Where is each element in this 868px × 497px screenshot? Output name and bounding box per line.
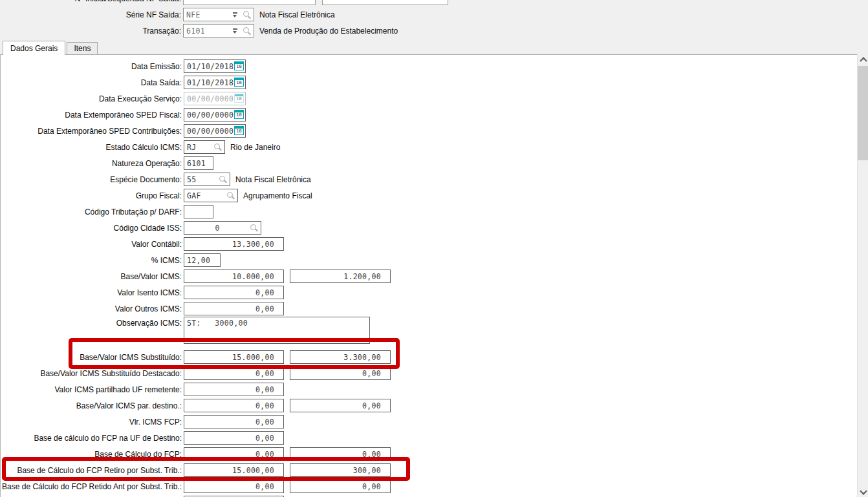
calendar-icon[interactable]: 10 [234, 78, 244, 87]
text-input[interactable] [184, 205, 213, 218]
scroll-up-button[interactable] [858, 54, 868, 65]
field-label: Base/Valor ICMS Substituído: [1, 353, 184, 362]
numeric-input[interactable]: 0,00 [184, 302, 284, 315]
numeric-input[interactable]: 0,00 [184, 383, 284, 396]
field-label: Base de cálculo do FCP na UF de Destino: [1, 434, 184, 443]
text-value: 6101 [187, 159, 206, 168]
lookup-input[interactable]: 0 [184, 221, 261, 235]
form-row: Valor Outros ICMS:0,00 [1, 301, 857, 317]
numeric-input[interactable]: 0,00 [184, 447, 284, 461]
numeric-input[interactable]: 0,00 [290, 480, 391, 493]
field-group: 10.000,001.200,00 [184, 270, 391, 283]
transacao-combo[interactable]: 6101 [183, 24, 254, 37]
lookup-value: RJ [187, 143, 196, 152]
numeric-input[interactable]: 10.000,00 [184, 270, 284, 283]
numeric-input[interactable]: 0,00 [184, 480, 284, 493]
numeric-value: 0,00 [255, 304, 274, 313]
search-icon[interactable] [226, 191, 235, 200]
calendar-icon[interactable]: 10 [234, 61, 244, 70]
form-row: Base de Cálculo do FCP:0,000,00 [1, 446, 857, 462]
serie-nf-combo[interactable]: NFE [183, 8, 254, 21]
text-input[interactable]: 12,00 [184, 253, 221, 267]
form-row: Grupo Fiscal:GAFAgrupamento Fiscal [1, 187, 857, 204]
field-label: Base de Cálculo do FCP Retido Ant por Su… [1, 482, 184, 491]
search-icon[interactable] [250, 224, 259, 233]
numeric-input[interactable]: 15.000,00 [184, 350, 284, 364]
calendar-icon[interactable]: 10 [234, 110, 244, 119]
field-label: Base de Cálculo do FCP: [1, 450, 184, 459]
date-value: 01/10/2018 [187, 62, 233, 71]
form-row: % ICMS:12,00 [1, 252, 857, 268]
numeric-value: 0,00 [255, 369, 274, 378]
date-input[interactable]: 00/00/000010 [184, 108, 246, 122]
numeric-input[interactable]: 15.000,00 [184, 463, 284, 477]
form-row: Data Saída:01/10/201810 [1, 74, 857, 90]
numeric-input[interactable]: 1.200,00 [290, 270, 391, 283]
form-row: Valor ICMS partilhado UF remetente:0,00 [1, 381, 857, 397]
nf-range-label: Nº Inicial/Sequência NF Saída: [0, 0, 183, 3]
form-row: Base de cálculo do FCP na UF de Destino:… [1, 430, 857, 446]
vertical-scrollbar[interactable] [857, 54, 868, 497]
field-group: 00/00/000010 [184, 92, 246, 105]
numeric-value: 0,00 [255, 450, 274, 459]
lookup-input[interactable]: RJ [184, 140, 225, 154]
field-description: Rio de Janeiro [230, 143, 280, 152]
numeric-input[interactable]: 0,00 [184, 286, 284, 299]
dropdown-arrow-icon[interactable] [232, 12, 238, 18]
nf-range-start-input[interactable] [183, 0, 316, 5]
numeric-value: 0,00 [255, 434, 274, 443]
form-row: Base de Cálculo do FCP Retido Ant por Su… [1, 478, 857, 494]
search-icon[interactable] [243, 10, 252, 19]
date-input[interactable]: 01/10/201810 [184, 76, 246, 89]
numeric-value: 3.300,00 [343, 353, 381, 362]
numeric-input[interactable]: 0,00 [290, 399, 391, 412]
tab-itens[interactable]: Itens [67, 42, 98, 54]
numeric-input[interactable]: 300,00 [290, 463, 391, 477]
numeric-input[interactable]: 0,00 [290, 447, 391, 461]
tab-dados-gerais[interactable]: Dados Gerais [3, 41, 65, 55]
scrollbar-thumb[interactable] [858, 66, 868, 160]
form-row: Base/Valor ICMS:10.000,001.200,00 [1, 268, 857, 284]
field-group: 0,000,00 [184, 447, 391, 461]
search-icon[interactable] [213, 143, 222, 152]
observacao-textarea[interactable]: ST: 3000,00 [184, 317, 370, 344]
form-row: Data Extemporâneo SPED Fiscal:00/00/0000… [1, 107, 857, 123]
numeric-value: 0,00 [362, 482, 381, 491]
field-group: 0 [184, 221, 261, 235]
scroll-down-button[interactable] [858, 486, 868, 497]
transacao-label: Transação: [0, 26, 183, 36]
lookup-input[interactable]: 55 [184, 173, 230, 186]
numeric-input[interactable]: 0,00 [184, 431, 284, 445]
field-group: GAF [184, 189, 238, 202]
form-rows: Data Emissão:01/10/201810Data Saída:01/1… [1, 58, 857, 497]
form-row: Observação ICMS:ST: 3000,00 [1, 317, 857, 349]
numeric-input[interactable]: 0,00 [184, 366, 284, 380]
numeric-input[interactable]: 0,00 [184, 415, 284, 428]
field-label: Natureza Operação: [1, 159, 184, 168]
form-row: Estado Cálculo ICMS:RJRio de Janeiro [1, 139, 857, 155]
numeric-input[interactable]: 13.300,00 [184, 237, 284, 251]
date-input[interactable]: 00/00/000010 [184, 124, 246, 138]
calendar-icon[interactable]: 10 [234, 126, 244, 135]
numeric-input[interactable]: 0,00 [290, 366, 391, 380]
dropdown-arrow-icon[interactable] [232, 28, 238, 34]
numeric-input[interactable]: 3.300,00 [290, 350, 391, 364]
text-input[interactable]: 6101 [184, 156, 213, 170]
date-input[interactable]: 00/00/000010 [184, 92, 246, 105]
serie-nf-label: Série NF Saída: [0, 10, 183, 19]
serie-nf-row: Série NF Saída: NFE Nota Fiscal Eletrôni… [0, 8, 335, 21]
field-label: Data Execução Serviço: [1, 94, 184, 103]
field-label: Código Cidade ISS: [1, 224, 184, 233]
nf-range-row: Nº Inicial/Sequência NF Saída: [0, 0, 448, 5]
search-icon[interactable] [219, 175, 228, 184]
calendar-icon[interactable]: 10 [234, 94, 244, 103]
nf-range-end-input[interactable] [322, 0, 448, 5]
numeric-input[interactable]: 0,00 [184, 399, 284, 412]
date-input[interactable]: 01/10/201810 [184, 59, 246, 73]
numeric-value: 0,00 [362, 401, 381, 410]
field-label: Base/Valor ICMS Substituído Destacado: [1, 369, 184, 378]
numeric-value: 0,00 [255, 418, 274, 427]
field-group: 15.000,003.300,00 [184, 350, 391, 364]
lookup-input[interactable]: GAF [184, 189, 238, 202]
search-icon[interactable] [243, 26, 252, 36]
